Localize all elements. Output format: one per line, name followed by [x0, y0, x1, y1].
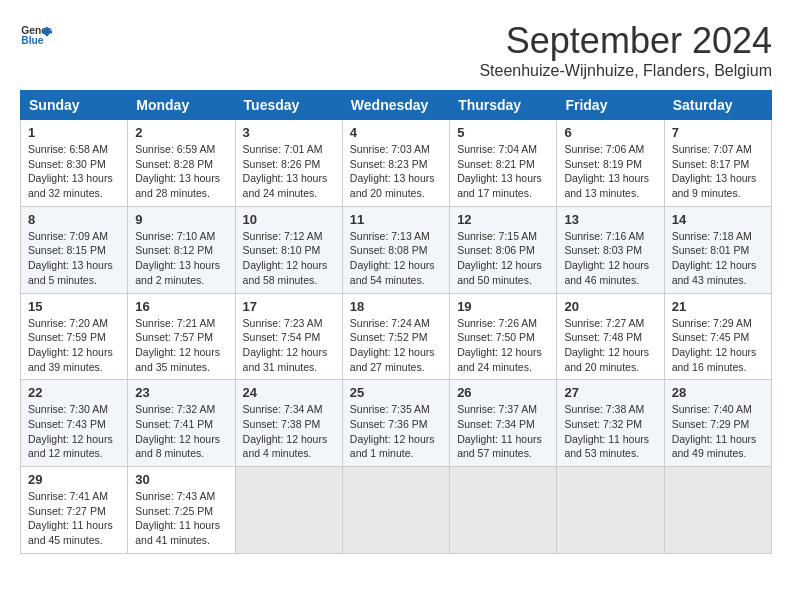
sunrise-text: Sunrise: 7:29 AM	[672, 317, 752, 329]
cell-content: Sunrise: 7:21 AM Sunset: 7:57 PM Dayligh…	[135, 316, 227, 375]
cell-content: Sunrise: 7:16 AM Sunset: 8:03 PM Dayligh…	[564, 229, 656, 288]
cell-content: Sunrise: 7:43 AM Sunset: 7:25 PM Dayligh…	[135, 489, 227, 548]
table-row: 25 Sunrise: 7:35 AM Sunset: 7:36 PM Dayl…	[342, 380, 449, 467]
cell-content: Sunrise: 7:26 AM Sunset: 7:50 PM Dayligh…	[457, 316, 549, 375]
title-section: September 2024 Steenhuize-Wijnhuize, Fla…	[479, 20, 772, 80]
header-friday: Friday	[557, 91, 664, 120]
daylight-text: Daylight: 12 hours and 43 minutes.	[672, 259, 757, 286]
day-number: 25	[350, 385, 442, 400]
day-number: 8	[28, 212, 120, 227]
cell-content: Sunrise: 7:09 AM Sunset: 8:15 PM Dayligh…	[28, 229, 120, 288]
logo-icon: General Blue	[20, 20, 52, 52]
sunset-text: Sunset: 8:23 PM	[350, 158, 428, 170]
day-number: 6	[564, 125, 656, 140]
day-number: 10	[243, 212, 335, 227]
cell-content: Sunrise: 7:30 AM Sunset: 7:43 PM Dayligh…	[28, 402, 120, 461]
table-row: 14 Sunrise: 7:18 AM Sunset: 8:01 PM Dayl…	[664, 206, 771, 293]
sunrise-text: Sunrise: 7:12 AM	[243, 230, 323, 242]
cell-content: Sunrise: 7:01 AM Sunset: 8:26 PM Dayligh…	[243, 142, 335, 201]
cell-content: Sunrise: 7:29 AM Sunset: 7:45 PM Dayligh…	[672, 316, 764, 375]
calendar-week-5: 29 Sunrise: 7:41 AM Sunset: 7:27 PM Dayl…	[21, 467, 772, 554]
table-row: 3 Sunrise: 7:01 AM Sunset: 8:26 PM Dayli…	[235, 120, 342, 207]
table-row: 5 Sunrise: 7:04 AM Sunset: 8:21 PM Dayli…	[450, 120, 557, 207]
daylight-text: Daylight: 13 hours and 28 minutes.	[135, 172, 220, 199]
sunrise-text: Sunrise: 7:10 AM	[135, 230, 215, 242]
day-number: 9	[135, 212, 227, 227]
sunrise-text: Sunrise: 7:20 AM	[28, 317, 108, 329]
cell-content: Sunrise: 7:35 AM Sunset: 7:36 PM Dayligh…	[350, 402, 442, 461]
daylight-text: Daylight: 12 hours and 12 minutes.	[28, 433, 113, 460]
cell-content: Sunrise: 6:58 AM Sunset: 8:30 PM Dayligh…	[28, 142, 120, 201]
cell-content: Sunrise: 7:32 AM Sunset: 7:41 PM Dayligh…	[135, 402, 227, 461]
cell-content: Sunrise: 7:04 AM Sunset: 8:21 PM Dayligh…	[457, 142, 549, 201]
sunrise-text: Sunrise: 7:06 AM	[564, 143, 644, 155]
day-number: 30	[135, 472, 227, 487]
calendar-header-row: Sunday Monday Tuesday Wednesday Thursday…	[21, 91, 772, 120]
sunset-text: Sunset: 7:52 PM	[350, 331, 428, 343]
sunrise-text: Sunrise: 7:38 AM	[564, 403, 644, 415]
table-row	[342, 467, 449, 554]
cell-content: Sunrise: 7:18 AM Sunset: 8:01 PM Dayligh…	[672, 229, 764, 288]
sunrise-text: Sunrise: 7:04 AM	[457, 143, 537, 155]
calendar-week-4: 22 Sunrise: 7:30 AM Sunset: 7:43 PM Dayl…	[21, 380, 772, 467]
sunset-text: Sunset: 7:54 PM	[243, 331, 321, 343]
sunrise-text: Sunrise: 7:34 AM	[243, 403, 323, 415]
sunset-text: Sunset: 7:25 PM	[135, 505, 213, 517]
sunrise-text: Sunrise: 7:09 AM	[28, 230, 108, 242]
daylight-text: Daylight: 12 hours and 20 minutes.	[564, 346, 649, 373]
daylight-text: Daylight: 12 hours and 35 minutes.	[135, 346, 220, 373]
day-number: 11	[350, 212, 442, 227]
table-row: 29 Sunrise: 7:41 AM Sunset: 7:27 PM Dayl…	[21, 467, 128, 554]
sunset-text: Sunset: 7:36 PM	[350, 418, 428, 430]
daylight-text: Daylight: 12 hours and 4 minutes.	[243, 433, 328, 460]
daylight-text: Daylight: 13 hours and 9 minutes.	[672, 172, 757, 199]
sunrise-text: Sunrise: 7:37 AM	[457, 403, 537, 415]
sunset-text: Sunset: 7:41 PM	[135, 418, 213, 430]
sunrise-text: Sunrise: 7:03 AM	[350, 143, 430, 155]
day-number: 7	[672, 125, 764, 140]
sunset-text: Sunset: 8:12 PM	[135, 244, 213, 256]
calendar-week-3: 15 Sunrise: 7:20 AM Sunset: 7:59 PM Dayl…	[21, 293, 772, 380]
table-row	[557, 467, 664, 554]
sunset-text: Sunset: 8:17 PM	[672, 158, 750, 170]
table-row: 15 Sunrise: 7:20 AM Sunset: 7:59 PM Dayl…	[21, 293, 128, 380]
daylight-text: Daylight: 13 hours and 13 minutes.	[564, 172, 649, 199]
sunset-text: Sunset: 8:19 PM	[564, 158, 642, 170]
daylight-text: Daylight: 13 hours and 2 minutes.	[135, 259, 220, 286]
daylight-text: Daylight: 13 hours and 32 minutes.	[28, 172, 113, 199]
table-row	[664, 467, 771, 554]
daylight-text: Daylight: 11 hours and 53 minutes.	[564, 433, 649, 460]
table-row: 22 Sunrise: 7:30 AM Sunset: 7:43 PM Dayl…	[21, 380, 128, 467]
cell-content: Sunrise: 7:27 AM Sunset: 7:48 PM Dayligh…	[564, 316, 656, 375]
day-number: 22	[28, 385, 120, 400]
sunset-text: Sunset: 7:57 PM	[135, 331, 213, 343]
day-number: 5	[457, 125, 549, 140]
cell-content: Sunrise: 6:59 AM Sunset: 8:28 PM Dayligh…	[135, 142, 227, 201]
daylight-text: Daylight: 13 hours and 5 minutes.	[28, 259, 113, 286]
sunset-text: Sunset: 7:32 PM	[564, 418, 642, 430]
table-row: 18 Sunrise: 7:24 AM Sunset: 7:52 PM Dayl…	[342, 293, 449, 380]
daylight-text: Daylight: 12 hours and 31 minutes.	[243, 346, 328, 373]
cell-content: Sunrise: 7:15 AM Sunset: 8:06 PM Dayligh…	[457, 229, 549, 288]
daylight-text: Daylight: 11 hours and 45 minutes.	[28, 519, 113, 546]
daylight-text: Daylight: 12 hours and 16 minutes.	[672, 346, 757, 373]
calendar-week-1: 1 Sunrise: 6:58 AM Sunset: 8:30 PM Dayli…	[21, 120, 772, 207]
table-row: 20 Sunrise: 7:27 AM Sunset: 7:48 PM Dayl…	[557, 293, 664, 380]
daylight-text: Daylight: 12 hours and 50 minutes.	[457, 259, 542, 286]
page-header: General Blue September 2024 Steenhuize-W…	[20, 20, 772, 80]
day-number: 21	[672, 299, 764, 314]
svg-text:Blue: Blue	[21, 35, 43, 46]
daylight-text: Daylight: 13 hours and 24 minutes.	[243, 172, 328, 199]
sunrise-text: Sunrise: 7:07 AM	[672, 143, 752, 155]
table-row: 13 Sunrise: 7:16 AM Sunset: 8:03 PM Dayl…	[557, 206, 664, 293]
sunset-text: Sunset: 8:21 PM	[457, 158, 535, 170]
sunset-text: Sunset: 7:45 PM	[672, 331, 750, 343]
logo: General Blue	[20, 20, 52, 52]
table-row	[450, 467, 557, 554]
daylight-text: Daylight: 11 hours and 49 minutes.	[672, 433, 757, 460]
table-row: 7 Sunrise: 7:07 AM Sunset: 8:17 PM Dayli…	[664, 120, 771, 207]
table-row: 2 Sunrise: 6:59 AM Sunset: 8:28 PM Dayli…	[128, 120, 235, 207]
day-number: 12	[457, 212, 549, 227]
table-row: 10 Sunrise: 7:12 AM Sunset: 8:10 PM Dayl…	[235, 206, 342, 293]
header-saturday: Saturday	[664, 91, 771, 120]
